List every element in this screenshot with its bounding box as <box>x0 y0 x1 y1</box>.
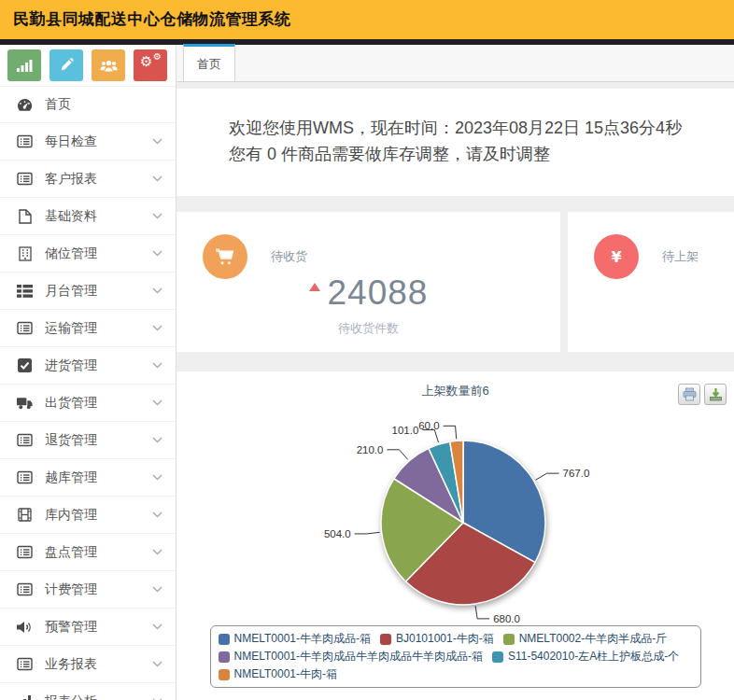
chart-legend: NMELT0001-牛羊肉成品-箱BJ0101001-牛肉-箱NMELT0002… <box>210 625 701 688</box>
sidebar-item-label: 基础资料 <box>45 208 152 225</box>
sidebar-item-3[interactable]: 基础资料 <box>0 198 176 235</box>
card-receive-title: 待收货 <box>271 248 307 265</box>
legend-marker <box>219 651 230 663</box>
pie-value-label: 101.0 <box>392 425 419 436</box>
label-connector <box>355 532 380 534</box>
sidebar-item-12[interactable]: 盘点管理 <box>0 534 176 571</box>
quick-toolbar: ⚙⚙ <box>0 45 176 86</box>
sidebar-item-16[interactable]: 报表分析 <box>0 683 176 700</box>
sidebar-item-10[interactable]: 越库管理 <box>0 459 176 497</box>
welcome-panel: 欢迎您使用WMS，现在时间：2023年08月22日 15点36分4秒 您有 0 … <box>176 89 734 196</box>
sidebar-item-4[interactable]: 储位管理 <box>0 235 176 273</box>
legend-label: BJ0101001-牛肉-箱 <box>396 631 494 647</box>
chevron-down-icon <box>152 474 162 481</box>
legend-marker <box>219 669 230 680</box>
legend-item[interactable]: NMELT0001-牛羊肉成品-箱 <box>219 631 371 647</box>
sidebar-item-1[interactable]: 每日检查 <box>0 123 176 161</box>
sidebar-item-8[interactable]: 出货管理 <box>0 385 176 422</box>
legend-marker <box>492 651 503 663</box>
sidebar-item-label: 客户报表 <box>45 171 152 188</box>
users-button[interactable] <box>92 49 125 81</box>
chevron-down-icon <box>152 623 162 630</box>
legend-item[interactable]: NMELT0001-牛羊肉成品牛羊肉成品牛羊肉成品-箱 <box>219 649 483 665</box>
chevron-down-icon <box>152 287 162 294</box>
chart-bars-button[interactable] <box>7 49 41 81</box>
legend-item[interactable]: NMELT0001-牛肉-箱 <box>219 666 337 682</box>
card-shelve-title: 待上架 <box>662 248 699 265</box>
card-receive-sublabel: 待收货件数 <box>176 320 560 337</box>
list-icon <box>17 320 33 336</box>
card-pending-receive: 待收货 24088 待收货件数 <box>176 212 560 352</box>
sidebar-item-11[interactable]: 库内管理 <box>0 497 176 534</box>
chevron-down-icon <box>152 511 162 518</box>
sidebar-item-14[interactable]: 预警管理 <box>0 609 176 646</box>
sidebar-item-label: 出货管理 <box>45 395 152 412</box>
sidebar-item-label: 储位管理 <box>45 245 152 262</box>
tab-home[interactable]: 首页 <box>183 44 235 81</box>
chevron-down-icon <box>152 437 162 443</box>
gears-icon: ⚙⚙ <box>142 57 159 74</box>
yen-icon: ¥ <box>594 234 639 279</box>
dashboard-icon <box>17 97 33 113</box>
sidebar-item-7[interactable]: 进货管理 <box>0 347 176 385</box>
legend-item[interactable]: S11-5402010-左A柱上护板总成-个 <box>492 649 679 665</box>
chevron-down-icon <box>152 362 162 369</box>
sidebar-item-label: 月台管理 <box>45 283 152 300</box>
legend-marker <box>503 634 515 645</box>
chevron-down-icon <box>152 175 162 182</box>
sidebar-item-label: 每日检查 <box>45 133 152 150</box>
check-square-icon <box>17 357 33 373</box>
sidebar-item-label: 报表分析 <box>45 693 152 700</box>
file-icon <box>17 208 33 224</box>
chevron-down-icon <box>152 661 162 667</box>
list-icon <box>17 656 33 672</box>
sidebar-item-13[interactable]: 计费管理 <box>0 571 176 609</box>
sidebar-item-label: 盘点管理 <box>45 544 152 561</box>
cart-icon <box>203 234 247 279</box>
list-icon <box>17 171 33 187</box>
sidebar-item-label: 退货管理 <box>45 432 152 449</box>
truck-icon <box>17 395 33 411</box>
sidebar-item-home[interactable]: 首页 <box>0 86 176 123</box>
sidebar-item-5[interactable]: 月台管理 <box>0 273 176 310</box>
sidebar-item-label: 预警管理 <box>45 619 152 636</box>
stat-cards: 待收货 24088 待收货件数 ¥ 待上架 <box>176 212 734 352</box>
label-connector <box>422 430 438 442</box>
chevron-down-icon <box>152 325 162 331</box>
wms-app: 民勤县同城配送中心仓储物流管理系统 ⚙⚙ 首页每日检查客户报表基础资料储位管理月… <box>0 0 734 700</box>
sidebar-item-label: 越库管理 <box>45 469 152 486</box>
pencil-button[interactable] <box>49 49 83 81</box>
card-pending-shelve: ¥ 待上架 <box>568 212 734 352</box>
main-area: 首页 欢迎您使用WMS，现在时间：2023年08月22日 15点36分4秒 您有… <box>176 45 734 700</box>
content: 欢迎您使用WMS，现在时间：2023年08月22日 15点36分4秒 您有 0 … <box>176 82 734 700</box>
list-icon <box>17 469 33 485</box>
legend-marker <box>219 634 230 645</box>
chevron-down-icon <box>152 399 162 406</box>
sidebar-item-label: 进货管理 <box>45 357 152 374</box>
sidebar-item-2[interactable]: 客户报表 <box>0 161 176 198</box>
legend-item[interactable]: NMELT0002-牛羊肉半成品-斤 <box>503 631 667 647</box>
legend-item[interactable]: BJ0101001-牛肉-箱 <box>380 631 494 647</box>
left-column: ⚙⚙ 首页每日检查客户报表基础资料储位管理月台管理运输管理进货管理出货管理退货管… <box>0 45 176 700</box>
chevron-down-icon <box>152 586 162 593</box>
th-list-icon <box>17 283 33 299</box>
volume-icon <box>17 619 33 635</box>
tab-bar: 首页 <box>176 45 734 82</box>
chevron-down-icon <box>152 138 162 145</box>
pie-chart-panel: 上架数量前6 767.0680.0504.0210.0101.060.0 NME… <box>176 371 734 700</box>
legend-label: NMELT0002-牛羊肉半成品-斤 <box>519 631 667 647</box>
list-icon <box>17 133 33 149</box>
sidebar-item-label: 计费管理 <box>45 581 152 598</box>
sidebar-item-label: 运输管理 <box>45 320 152 337</box>
sidebar-item-15[interactable]: 业务报表 <box>0 646 176 683</box>
sidebar-item-9[interactable]: 退货管理 <box>0 422 176 459</box>
sidebar-item-6[interactable]: 运输管理 <box>0 310 176 347</box>
pending-receive-count: 24088 <box>328 273 429 312</box>
label-connector <box>475 606 489 619</box>
card-receive-stat: 24088 <box>176 273 560 313</box>
pie-value-label: 504.0 <box>324 528 351 539</box>
sidebar-item-label: 业务报表 <box>45 656 152 673</box>
gears-button[interactable]: ⚙⚙ <box>134 49 167 81</box>
label-connector <box>444 426 457 439</box>
card-divider <box>560 212 568 352</box>
